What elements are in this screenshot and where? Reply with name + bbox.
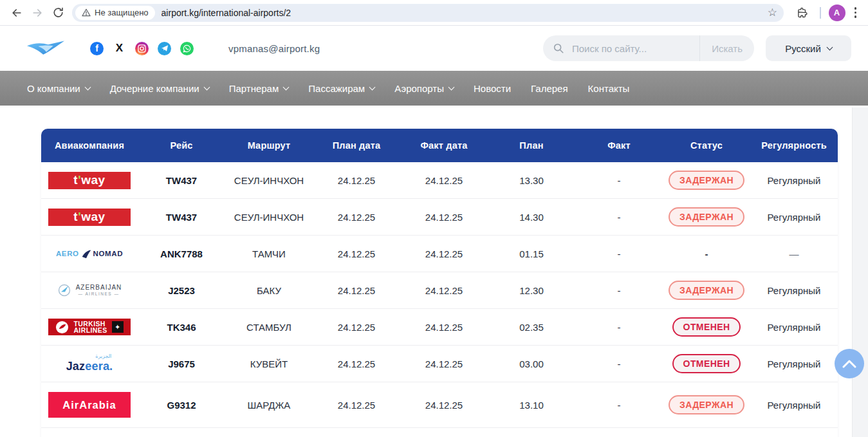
flight-number-cell: J9675 <box>138 358 225 369</box>
regularity-cell: Регулярный <box>750 175 838 186</box>
security-badge[interactable]: Не защищено <box>75 6 155 20</box>
flights-table: АвиакомпанияРейсМаршрутПлан датаФакт дат… <box>41 129 838 437</box>
url-text[interactable]: airport.kg/international-airports/2 <box>162 8 768 18</box>
instagram-icon[interactable] <box>135 42 149 55</box>
table-header-row: АвиакомпанияРейсМаршрутПлан датаФакт дат… <box>41 129 838 162</box>
column-header-7: Статус <box>663 140 750 151</box>
column-header-8: Регулярность <box>750 140 838 151</box>
plan-time-cell: 12.30 <box>488 285 575 296</box>
back-icon[interactable] <box>6 3 27 23</box>
chrome-actions: A <box>791 3 862 23</box>
nav-item-3[interactable]: Пассажирам <box>308 83 374 94</box>
fact-date-cell: 24.12.25 <box>400 175 488 186</box>
fact-date-cell: 24.12.25 <box>400 248 488 259</box>
scroll-to-top-button[interactable] <box>835 349 864 378</box>
nav-item-4[interactable]: Аэропорты <box>394 83 454 94</box>
nav-item-label: Аэропорты <box>394 83 444 94</box>
regularity-cell: Регулярный <box>750 358 838 369</box>
fact-time-cell: - <box>575 175 663 186</box>
logo-text: t <box>73 173 78 187</box>
nav-item-0[interactable]: О компании <box>27 83 90 94</box>
nav-item-2[interactable]: Партнерам <box>229 83 289 94</box>
status-badge: ЗАДЕРЖАН <box>669 207 744 227</box>
address-bar[interactable]: Не защищено airport.kg/international-air… <box>72 4 784 22</box>
logo-text: t <box>73 210 78 224</box>
star-alliance-icon: ✦ <box>112 321 124 333</box>
plan-date-cell: 24.12.25 <box>313 322 400 333</box>
language-label: Русский <box>785 43 821 54</box>
nav-item-label: Партнерам <box>229 83 279 94</box>
airport-brand-logo[interactable] <box>26 38 66 59</box>
logo-text: Jaz <box>66 360 86 373</box>
status-cell: ЗАДЕРЖАН <box>663 395 750 414</box>
nav-item-7[interactable]: Контакты <box>588 83 630 94</box>
airline-logo-air-arabia: AirArabia <box>48 392 131 418</box>
search-input[interactable] <box>571 42 699 55</box>
chevron-down-icon <box>448 84 455 90</box>
nav-item-label: Галерея <box>531 83 568 94</box>
security-label: Не защищено <box>95 8 149 17</box>
regularity-cell: Регулярный <box>750 400 838 411</box>
facebook-icon[interactable]: f <box>90 42 104 55</box>
chevron-down-icon <box>283 84 290 90</box>
fact-time-cell: - <box>575 322 663 333</box>
route-cell: БАКУ <box>225 285 313 296</box>
table-row: t'wayTW437СЕУЛ-ИНЧХОН24.12.2524.12.2513.… <box>41 162 838 199</box>
language-selector[interactable]: Русский <box>766 35 851 61</box>
flight-number-cell: G9312 <box>138 400 225 411</box>
status-cell: - <box>663 248 750 259</box>
search-button[interactable]: Искать <box>700 35 754 61</box>
route-cell: ШАРДЖА <box>225 400 313 411</box>
fact-date-cell: 24.12.25 <box>400 358 488 369</box>
plan-date-cell: 24.12.25 <box>313 175 400 186</box>
telegram-icon[interactable] <box>158 42 171 55</box>
route-cell: СТАМБУЛ <box>225 322 313 333</box>
status-badge: ОТМЕНЕН <box>672 317 741 337</box>
flight-number-cell: ANK7788 <box>138 248 225 259</box>
logo-text: AERO <box>56 250 79 257</box>
site-header: f X vpmanas@airport.kg Искать Русский <box>0 26 868 71</box>
contact-email[interactable]: vpmanas@airport.kg <box>228 43 320 54</box>
profile-avatar[interactable]: A <box>829 5 845 21</box>
nav-item-1[interactable]: Дочерние компании <box>110 83 209 94</box>
reload-icon[interactable] <box>48 3 68 23</box>
nav-item-label: О компании <box>27 83 80 94</box>
chevron-down-icon <box>84 84 91 90</box>
chevron-down-icon <box>203 84 210 90</box>
regularity-cell: Регулярный <box>750 285 838 296</box>
status-badge: ОТМЕНЕН <box>672 354 741 373</box>
column-header-4: Факт дата <box>400 140 488 151</box>
airline-logo-jazeera: الجزيرةJazeera. <box>66 355 113 373</box>
plan-date-cell: 24.12.25 <box>313 285 400 296</box>
whatsapp-icon[interactable] <box>180 42 194 55</box>
extensions-icon[interactable] <box>791 3 812 23</box>
nav-item-5[interactable]: Новости <box>474 83 511 94</box>
main-nav: О компанииДочерние компанииПартнерамПасс… <box>0 71 868 106</box>
airline-cell: AZERBAIJAN— AIRLINES — <box>41 283 138 297</box>
fact-time-cell: - <box>575 285 663 296</box>
forward-icon[interactable] <box>27 3 48 23</box>
x-twitter-icon[interactable]: X <box>113 42 126 55</box>
airline-cell: الجزيرةJazeera. <box>41 355 138 373</box>
column-header-6: Факт <box>575 140 663 151</box>
plan-date-cell: 24.12.25 <box>313 358 400 369</box>
route-cell: СЕУЛ-ИНЧХОН <box>225 175 313 186</box>
logo-text: — AIRLINES — <box>78 292 120 297</box>
nav-item-6[interactable]: Галерея <box>531 83 568 94</box>
logo-text: AZERBAIJAN <box>76 284 122 291</box>
fact-date-cell: 24.12.25 <box>400 322 488 333</box>
page-scrollbar[interactable] <box>852 107 868 437</box>
airline-cell: t'way <box>41 209 138 226</box>
turkish-emblem-icon <box>55 321 69 334</box>
browser-menu-icon[interactable] <box>849 5 862 21</box>
bookmark-star-icon[interactable]: ☆ <box>768 7 777 18</box>
fact-date-cell: 24.12.25 <box>400 212 488 223</box>
airline-logo-azerbaijan: AZERBAIJAN— AIRLINES — <box>57 283 122 297</box>
column-header-0: Авиакомпания <box>41 140 138 151</box>
airline-logo-tway: t'way <box>48 209 131 226</box>
logo-text: way <box>81 173 105 187</box>
warning-icon <box>82 8 91 17</box>
plan-date-cell: 24.12.25 <box>313 212 400 223</box>
column-header-2: Маршрут <box>225 140 313 151</box>
table-row: الجزيرةJazeera.J9675КУВЕЙТ24.12.2524.12.… <box>41 346 838 382</box>
